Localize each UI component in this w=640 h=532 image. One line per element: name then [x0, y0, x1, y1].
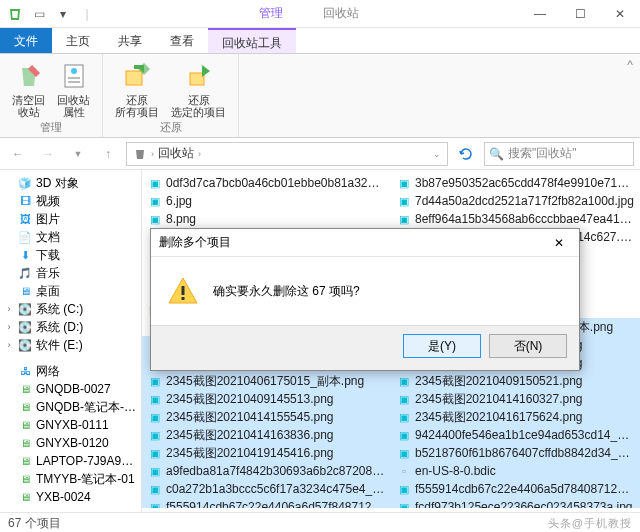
maximize-button[interactable]: ☐	[560, 0, 600, 28]
refresh-button[interactable]	[454, 142, 478, 166]
image-icon: ▣	[148, 374, 162, 388]
chevron-down-icon[interactable]: ⌄	[433, 149, 441, 159]
file-item[interactable]: ▣2345截图20210416175624.png	[391, 408, 640, 426]
file-item[interactable]: ▣8.png	[142, 210, 391, 228]
sidebar-network-item[interactable]: 🖥GNYXB-0111	[0, 416, 141, 434]
sidebar-network-item[interactable]: 🖥YXB-0024	[0, 488, 141, 506]
file-item[interactable]: ▣8eff964a15b34568ab6cccbbae47ea41.jpeg	[391, 210, 640, 228]
sidebar-network-item[interactable]: 🖥TMYYB-笔记本-01	[0, 470, 141, 488]
recycle-properties-button[interactable]: 回收站 属性	[53, 58, 94, 120]
chevron-right-icon: ›	[151, 149, 154, 159]
file-item[interactable]: ▣9424400fe546ea1b1ce94ad653cd14_副本...	[391, 426, 640, 444]
tab-home[interactable]: 主页	[52, 28, 104, 53]
file-item[interactable]: ▣fcdf973b125ece22366ec023458373a.jpg	[391, 498, 640, 508]
computer-icon: 🖥	[18, 418, 32, 432]
tab-recycle-tools[interactable]: 回收站工具	[208, 28, 296, 53]
minimize-button[interactable]: —	[520, 0, 560, 28]
sidebar-item[interactable]: 🧊3D 对象	[0, 174, 141, 192]
image-icon: ▣	[397, 482, 411, 496]
folder-icon: 💽	[18, 302, 32, 316]
sidebar-item[interactable]: ⬇下载	[0, 246, 141, 264]
file-item[interactable]: ▣a9fedba81a7f4842b30693a6b2c87208.png	[142, 462, 391, 480]
status-item-count: 67 个项目	[8, 515, 61, 532]
file-item[interactable]: ▣2345截图20210419145416.png	[142, 444, 391, 462]
dialog-no-button[interactable]: 否(N)	[489, 334, 567, 358]
nav-history-button[interactable]: ▼	[66, 142, 90, 166]
breadcrumb[interactable]: › 回收站 › ⌄	[126, 142, 448, 166]
sidebar-item[interactable]: 🖥桌面	[0, 282, 141, 300]
sidebar-item[interactable]: ›💽系统 (C:)	[0, 300, 141, 318]
ribbon-group-manage: 管理	[8, 120, 94, 135]
restore-selected-button[interactable]: 还原 选定的项目	[167, 58, 230, 120]
tab-view[interactable]: 查看	[156, 28, 208, 53]
computer-icon: 🖥	[18, 382, 32, 396]
network-icon: 🖧	[18, 364, 32, 378]
file-item[interactable]: ▣2345截图20210414155545.png	[142, 408, 391, 426]
file-item[interactable]: ▣0df3d7ca7bcb0a46cb01ebbe0b81a32c6a6...	[142, 174, 391, 192]
qat-recycle-icon[interactable]	[4, 3, 26, 25]
svg-rect-7	[182, 297, 185, 300]
computer-icon: 🖥	[18, 436, 32, 450]
image-icon: ▣	[397, 428, 411, 442]
file-item[interactable]: ▣2345截图20210409145513.png	[142, 390, 391, 408]
sidebar-item[interactable]: ›💽软件 (E:)	[0, 336, 141, 354]
restore-all-button[interactable]: 还原 所有项目	[111, 58, 163, 120]
sidebar-network[interactable]: 🖧网络	[0, 362, 141, 380]
search-input[interactable]: 🔍 搜索"回收站"	[484, 142, 634, 166]
dialog-close-button[interactable]: ✕	[547, 233, 571, 253]
file-item[interactable]: ▣b5218760f61b8676407cffdb8842d34_副本...	[391, 444, 640, 462]
nav-back-button[interactable]: ←	[6, 142, 30, 166]
image-icon: ▣	[148, 500, 162, 508]
ribbon-collapse-button[interactable]: ^	[620, 54, 640, 137]
qat-props-icon[interactable]: ▭	[28, 3, 50, 25]
nav-forward-button[interactable]: →	[36, 142, 60, 166]
sidebar-item[interactable]: 📄文档	[0, 228, 141, 246]
file-item[interactable]: ▣6.jpg	[142, 192, 391, 210]
empty-recycle-button[interactable]: 清空回 收站	[8, 58, 49, 120]
svg-rect-4	[126, 71, 142, 85]
warning-icon	[167, 275, 199, 307]
sidebar-item[interactable]: 🖼图片	[0, 210, 141, 228]
sidebar-network-item[interactable]: 🖥GNQDB-0027	[0, 380, 141, 398]
watermark: 头条@手机教授	[548, 516, 632, 531]
svg-rect-3	[68, 81, 80, 83]
sidebar-item[interactable]: ›💽系统 (D:)	[0, 318, 141, 336]
sidebar-network-item[interactable]: 🖥GNYXB-0120	[0, 434, 141, 452]
svg-rect-2	[68, 77, 80, 79]
file-item[interactable]: ▣f555914cdb67c22e4406a6d57f848712.jpg	[142, 498, 391, 508]
qat-dropdown-icon[interactable]: ▾	[52, 3, 74, 25]
image-icon: ▣	[148, 176, 162, 190]
folder-icon: 🧊	[18, 176, 32, 190]
file-item[interactable]: ▣7d44a50a2dcd2521a717f2fb82a100d.jpg	[391, 192, 640, 210]
svg-point-1	[71, 68, 77, 74]
file-item[interactable]: ▣3b87e950352ac65cdd478f4e9910e719921...	[391, 174, 640, 192]
folder-icon: 📄	[18, 230, 32, 244]
tab-file[interactable]: 文件	[0, 28, 52, 53]
chevron-right-icon: ›	[198, 149, 201, 159]
breadcrumb-location[interactable]: 回收站	[158, 145, 194, 162]
file-item[interactable]: ▣2345截图20210409150521.png	[391, 372, 640, 390]
file-item[interactable]: ▣2345截图20210406175015_副本.png	[142, 372, 391, 390]
sidebar-item[interactable]: 🎞视频	[0, 192, 141, 210]
file-item[interactable]: ▣c0a272b1a3bccc5c6f17a3234c475e4_副本.j...	[142, 480, 391, 498]
computer-icon: 🖥	[18, 454, 32, 468]
file-item[interactable]: ▣2345截图20210414160327.png	[391, 390, 640, 408]
sidebar-network-item[interactable]: 🖥LAPTOP-7J9A9669	[0, 452, 141, 470]
dialog-yes-button[interactable]: 是(Y)	[403, 334, 481, 358]
image-icon: ▣	[148, 410, 162, 424]
close-button[interactable]: ✕	[600, 0, 640, 28]
folder-icon: ⬇	[18, 248, 32, 262]
image-icon: ▣	[148, 482, 162, 496]
sidebar-network-item[interactable]: 🖥GNQDB-笔记本-03	[0, 398, 141, 416]
image-icon: ▣	[148, 446, 162, 460]
tab-share[interactable]: 共享	[104, 28, 156, 53]
image-icon: ▣	[148, 392, 162, 406]
nav-up-button[interactable]: ↑	[96, 142, 120, 166]
file-item[interactable]: ▣f555914cdb67c22e4406a5d78408712_副本...	[391, 480, 640, 498]
file-item[interactable]: ▣2345截图20210414163836.png	[142, 426, 391, 444]
dialog-message: 确实要永久删除这 67 项吗?	[213, 283, 360, 300]
file-item[interactable]: ▫en-US-8-0.bdic	[391, 462, 640, 480]
computer-icon: 🖥	[18, 490, 32, 504]
sidebar-item[interactable]: 🎵音乐	[0, 264, 141, 282]
folder-icon: 💽	[18, 320, 32, 334]
